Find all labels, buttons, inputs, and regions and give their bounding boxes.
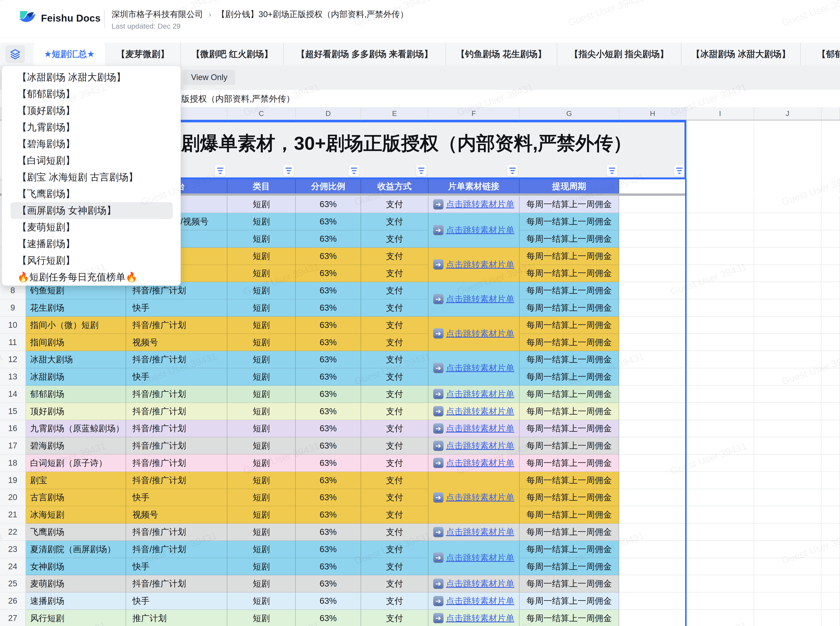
category-cell[interactable]: 短剧 <box>227 248 296 265</box>
platform-cell[interactable]: 抖音/推广计划 <box>126 437 227 455</box>
cell-j[interactable] <box>754 368 821 386</box>
cell-i[interactable] <box>686 593 754 610</box>
theater-name-cell[interactable]: 速播剧场 <box>26 593 126 610</box>
material-cell[interactable]: ➔点击跳转素材片单 <box>428 248 520 265</box>
income-cell[interactable]: 支付 <box>361 317 428 334</box>
header-cell-j[interactable] <box>754 179 821 193</box>
commission-cell[interactable]: 63% <box>296 575 361 593</box>
category-cell[interactable]: 短剧 <box>227 575 296 593</box>
column-header-g[interactable]: G <box>520 107 619 121</box>
income-cell[interactable]: 支付 <box>361 524 428 541</box>
commission-cell[interactable]: 63% <box>296 282 361 299</box>
cell-k[interactable] <box>821 299 840 317</box>
platform-cell[interactable]: 视频号 <box>126 334 227 351</box>
withdraw-cell[interactable]: 每周一结算上一周佣金 <box>520 455 619 472</box>
material-cell[interactable]: ➔点击跳转素材片单 <box>428 437 520 455</box>
cell-k[interactable] <box>821 472 840 489</box>
category-cell[interactable]: 短剧 <box>227 506 296 524</box>
cell-h[interactable] <box>619 541 686 558</box>
cell-k[interactable] <box>821 420 840 437</box>
category-cell[interactable]: 短剧 <box>227 282 296 299</box>
dropdown-item[interactable]: 【郁郁剧场】 <box>2 86 180 102</box>
cell-i[interactable] <box>686 265 754 282</box>
commission-cell[interactable]: 63% <box>296 351 361 368</box>
income-cell[interactable]: 支付 <box>361 282 428 299</box>
filter-icon[interactable] <box>283 165 294 176</box>
category-cell[interactable]: 短剧 <box>227 196 296 213</box>
material-link[interactable]: ➔点击跳转素材片单 <box>433 293 514 305</box>
income-cell[interactable]: 支付 <box>361 506 428 524</box>
commission-cell[interactable]: 63% <box>296 420 361 437</box>
sheet-tab[interactable]: 【指尖小短剧 指尖剧场】 <box>557 43 681 65</box>
column-header-f[interactable]: F <box>428 107 520 121</box>
platform-cell[interactable]: 抖音/推广计划 <box>126 386 227 403</box>
dropdown-item[interactable]: 【麦萌短剧】 <box>2 219 180 235</box>
income-cell[interactable]: 支付 <box>361 610 428 626</box>
cell-h[interactable] <box>619 213 686 230</box>
cell-h[interactable] <box>619 317 686 334</box>
material-link[interactable]: ➔点击跳转素材片单 <box>433 595 514 607</box>
cell-h[interactable] <box>619 472 686 489</box>
platform-cell[interactable]: 抖音/推广计划 <box>126 351 227 368</box>
category-cell[interactable]: 短剧 <box>227 317 296 334</box>
sheet-tab[interactable]: 【冰甜剧场 冰甜大剧场】 <box>681 43 800 65</box>
income-cell[interactable]: 支付 <box>361 299 428 317</box>
cell-j[interactable] <box>754 317 821 334</box>
theater-name-cell[interactable]: 碧海剧场 <box>26 437 126 455</box>
income-cell[interactable]: 支付 <box>361 213 428 230</box>
cell-h[interactable] <box>619 524 686 541</box>
commission-cell[interactable]: 63% <box>296 610 361 626</box>
commission-cell[interactable]: 63% <box>296 489 361 506</box>
cell-j[interactable] <box>754 213 821 230</box>
cell-h[interactable] <box>619 265 686 282</box>
category-cell[interactable]: 短剧 <box>227 265 296 282</box>
dropdown-item[interactable]: 【顶好剧场】 <box>2 102 180 119</box>
cell-k[interactable] <box>821 317 840 334</box>
cell-h[interactable] <box>619 334 686 351</box>
row-number[interactable]: 12 <box>0 351 26 368</box>
cell-h[interactable] <box>619 420 686 437</box>
platform-cell[interactable]: 快手 <box>126 489 227 506</box>
cell-k[interactable] <box>821 506 840 524</box>
income-cell[interactable]: 支付 <box>361 230 428 248</box>
cell-h[interactable] <box>619 610 686 626</box>
column-header-i[interactable]: I <box>686 107 754 121</box>
cell-i[interactable] <box>686 403 754 420</box>
dropdown-item[interactable]: 【白词短剧】 <box>2 152 180 169</box>
cell-i[interactable] <box>686 489 754 506</box>
commission-cell[interactable]: 63% <box>296 403 361 420</box>
dropdown-item[interactable]: 【九霄剧场】 <box>2 119 180 136</box>
platform-cell[interactable]: 抖音/推广计划 <box>126 541 227 558</box>
material-link[interactable]: ➔点击跳转素材片单 <box>433 578 514 590</box>
commission-cell[interactable]: 63% <box>296 230 361 248</box>
cell-i[interactable] <box>686 386 754 403</box>
platform-cell[interactable]: 推广计划 <box>126 610 227 626</box>
theater-name-cell[interactable]: 风行短剧 <box>26 610 126 626</box>
theater-name-cell[interactable]: 冰甜大剧场 <box>26 351 126 368</box>
header-cell-k[interactable] <box>821 179 840 193</box>
cell-i[interactable] <box>686 317 754 334</box>
cell-j[interactable] <box>754 248 821 265</box>
cell-k[interactable] <box>821 610 840 626</box>
category-cell[interactable]: 短剧 <box>227 524 296 541</box>
cell-j[interactable] <box>754 196 821 213</box>
withdraw-cell[interactable]: 每周一结算上一周佣金 <box>520 437 619 455</box>
cell-h[interactable] <box>619 455 686 472</box>
cell-i[interactable] <box>686 472 754 489</box>
cell-k[interactable] <box>821 248 840 265</box>
withdraw-cell[interactable]: 每周一结算上一周佣金 <box>520 368 619 386</box>
cell-i[interactable] <box>686 455 754 472</box>
income-cell[interactable]: 支付 <box>361 558 428 575</box>
sheet-tab[interactable]: 【微剧吧 红火剧场】 <box>180 43 283 65</box>
material-cell[interactable]: ➔点击跳转素材片单 <box>428 610 520 626</box>
cell-j[interactable] <box>754 420 821 437</box>
cell-j[interactable] <box>754 351 821 368</box>
cell-j[interactable] <box>754 265 821 282</box>
cell-i[interactable] <box>686 524 754 541</box>
header-cell-e[interactable]: 收益方式 <box>361 179 428 193</box>
row-number[interactable]: 25 <box>0 575 26 593</box>
cell-k[interactable] <box>821 368 840 386</box>
material-link[interactable]: ➔点击跳转素材片单 <box>433 526 514 538</box>
cell-k[interactable] <box>821 265 840 282</box>
withdraw-cell[interactable]: 每周一结算上一周佣金 <box>520 230 619 248</box>
